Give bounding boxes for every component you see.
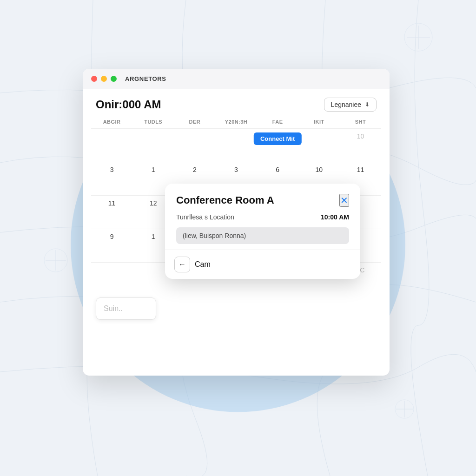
dropdown-label: Legnaniee [331, 101, 361, 108]
popup-footer: ← Cam [165, 250, 360, 279]
window-titlebar: ARGNETORS [83, 69, 390, 89]
cell-1-6: 10 [340, 129, 381, 162]
window-title: ARGNETORS [125, 75, 166, 82]
connect-mit-button[interactable]: Connect Mit [254, 132, 301, 145]
day-header-3: Y20N:3H [215, 117, 257, 126]
cell-4-0: 9 [91, 229, 132, 262]
cam-label: Cam [195, 260, 211, 269]
popup-info-row: Tunrllesa s Location 10:00 AM [165, 211, 360, 225]
cell-1-1 [132, 129, 174, 162]
search-box: Suin.. [96, 298, 156, 320]
popup-header: Conference Room A ✕ [165, 184, 360, 211]
cell-3-0: 11 [91, 196, 132, 229]
popup-location: Tunrllesa s Location [176, 213, 234, 221]
grid-days-header: ABGIR TUDLS DER Y20N:3H FAE IKIT SHT [91, 117, 381, 126]
search-placeholder: Suin.. [104, 304, 123, 312]
chevron-down-icon: ⬇ [365, 101, 370, 108]
day-header-4: FAE [257, 117, 298, 126]
popup-attendees: (liew, Buispon Ronna) [176, 227, 349, 244]
day-header-2: DER [174, 117, 215, 126]
popup-time: 10:00 AM [321, 213, 349, 221]
cell-1-0 [91, 129, 132, 162]
cell-1-4[interactable]: Connect Mit [257, 129, 298, 162]
traffic-light-maximize[interactable] [111, 76, 117, 82]
traffic-light-minimize[interactable] [101, 76, 107, 82]
calendar-header: Onir:000 AM Legnaniee ⬇ [83, 89, 390, 117]
day-header-6: SHT [340, 117, 381, 126]
calendar-row-1: Connect Mit 10 [91, 128, 381, 162]
cell-1-2 [174, 129, 215, 162]
traffic-light-close[interactable] [91, 76, 97, 82]
close-button[interactable]: ✕ [339, 194, 349, 207]
calendar-time-label: Onir:000 AM [96, 98, 161, 111]
day-header-0: ABGIR [91, 117, 132, 126]
cell-1-3 [215, 129, 257, 162]
cell-1-5 [298, 129, 340, 162]
cell-2-0: 3 [91, 162, 132, 195]
view-dropdown-button[interactable]: Legnaniee ⬇ [324, 98, 377, 112]
cell-5-0 [91, 263, 132, 296]
popup-card: Conference Room A ✕ Tunrllesa s Location… [165, 184, 360, 279]
day-header-5: IKIT [298, 117, 340, 126]
day-header-1: TUDLS [132, 117, 174, 126]
popup-title: Conference Room A [176, 194, 274, 206]
back-button[interactable]: ← [174, 257, 190, 272]
